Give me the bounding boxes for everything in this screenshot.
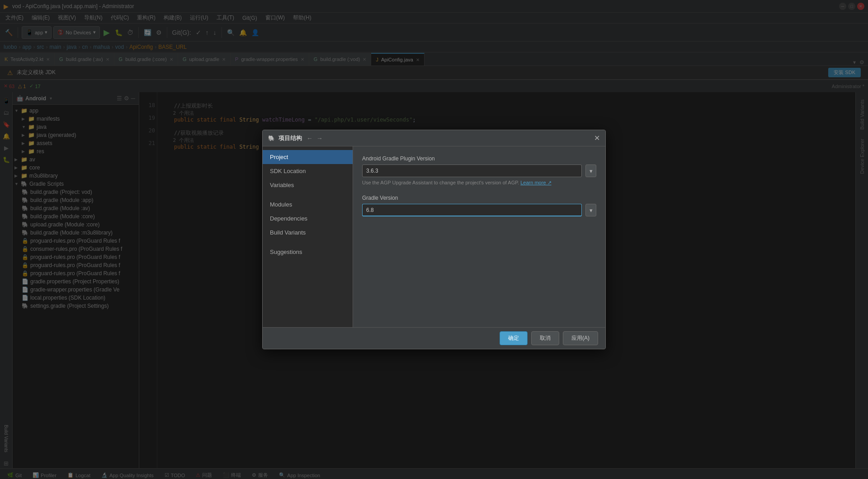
modal-nav-dependencies[interactable]: Dependencies [263, 211, 353, 225]
modal-nav-modules[interactable]: Modules [263, 197, 353, 211]
gradle-field-label: Gradle Version [362, 195, 596, 201]
agp-help-description: Use the AGP Upgrade Assistant to change … [362, 180, 519, 185]
modal-nav-variables[interactable]: Variables [263, 178, 353, 192]
agp-field-row: ▾ [362, 164, 596, 177]
modal-footer: 确定 取消 应用(A) [263, 327, 605, 349]
agp-help-text: Use the AGP Upgrade Assistant to change … [362, 180, 596, 186]
modal-title-icon: 🐘 [268, 135, 275, 141]
modal-section-label [263, 192, 353, 197]
agp-version-input[interactable] [362, 164, 582, 177]
agp-learn-more-link[interactable]: Learn more ↗ [520, 180, 551, 185]
modal-nav-back[interactable]: ← [306, 135, 314, 142]
modal-ok-btn[interactable]: 确定 [500, 331, 528, 345]
agp-field-label: Android Gradle Plugin Version [362, 155, 596, 162]
modal-nav-project[interactable]: Project [263, 150, 353, 164]
modal-nav-suggestions[interactable]: Suggestions [263, 245, 353, 259]
modal-close-btn[interactable]: ✕ [594, 134, 600, 142]
modal-section-label-2 [263, 240, 353, 245]
modal-sidebar: Project SDK Location Variables Modules D… [263, 146, 353, 327]
modal-nav-forward[interactable]: → [316, 135, 324, 142]
modal-body: Project SDK Location Variables Modules D… [263, 146, 605, 327]
agp-dropdown-btn[interactable]: ▾ [585, 164, 596, 177]
gradle-field-row: ▾ [362, 204, 596, 216]
modal-nav-build-variants[interactable]: Build Variants [263, 225, 353, 240]
modal-apply-btn[interactable]: 应用(A) [563, 331, 598, 345]
modal-title-bar: 🐘 项目结构 ← → ✕ [263, 130, 605, 146]
modal-nav-sdk-location[interactable]: SDK Location [263, 164, 353, 178]
modal-overlay[interactable]: 🐘 项目结构 ← → ✕ Project SDK Location Variab… [0, 0, 868, 479]
modal-nav-arrows: ← → [306, 135, 324, 142]
modal-cancel-btn[interactable]: 取消 [531, 331, 559, 345]
modal-content-area: Android Gradle Plugin Version ▾ Use the … [353, 146, 605, 327]
modal-title: 项目结构 [278, 134, 302, 142]
gradle-dropdown-btn[interactable]: ▾ [585, 204, 596, 216]
gradle-version-input[interactable] [362, 204, 582, 216]
project-structure-modal: 🐘 项目结构 ← → ✕ Project SDK Location Variab… [262, 130, 606, 349]
